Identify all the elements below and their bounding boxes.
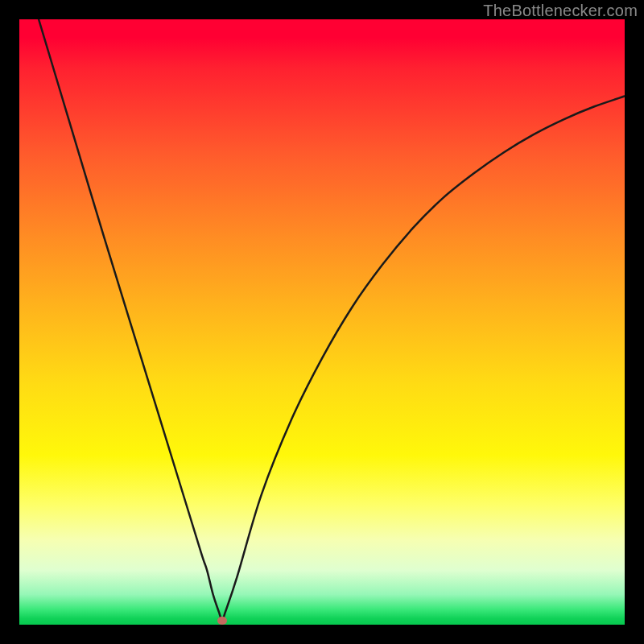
watermark-text: TheBottlenecker.com [483,2,638,20]
optimum-marker [217,617,227,625]
plot-area [19,19,625,625]
chart-frame: TheBottlenecker.com [0,0,644,644]
bottleneck-curve [39,19,625,621]
curve-svg [19,19,625,625]
